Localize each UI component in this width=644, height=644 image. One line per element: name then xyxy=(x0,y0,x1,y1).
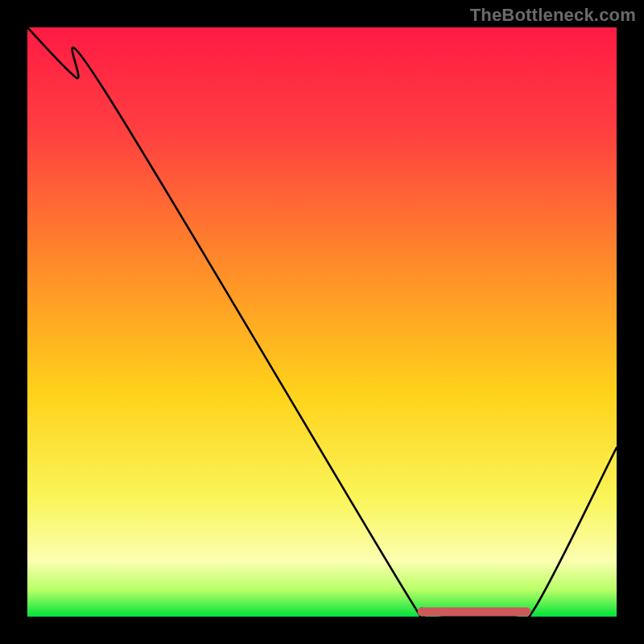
curve-layer xyxy=(27,27,617,617)
chart-frame: TheBottleneck.com xyxy=(0,0,644,644)
watermark-text: TheBottleneck.com xyxy=(470,5,636,26)
bottleneck-curve xyxy=(27,27,617,617)
plot-area xyxy=(27,27,617,617)
